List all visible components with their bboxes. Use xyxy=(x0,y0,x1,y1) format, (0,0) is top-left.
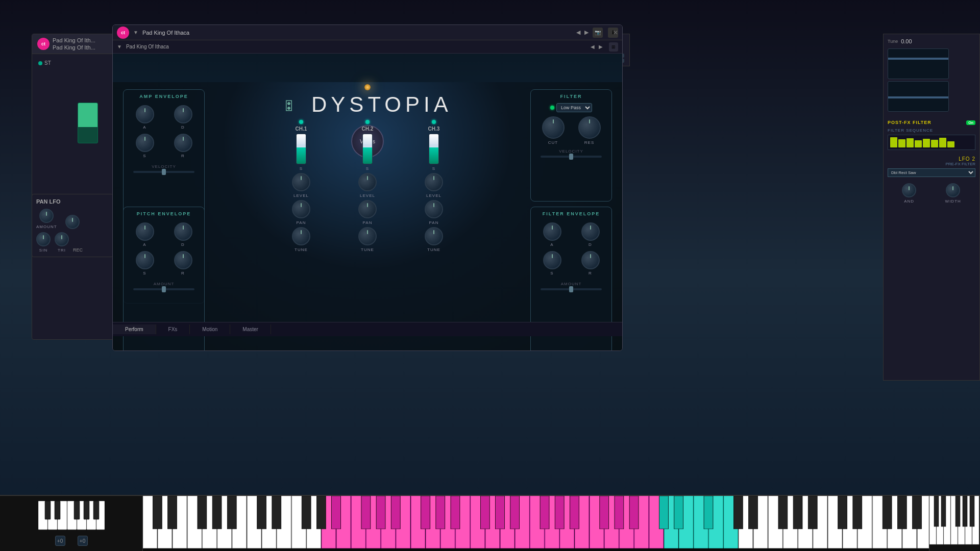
filter-env-release-knob[interactable] xyxy=(581,251,600,269)
subtitle-nav-prev[interactable]: ◀ xyxy=(591,44,595,49)
tab-master[interactable]: Master xyxy=(230,324,271,334)
amp-decay-knob[interactable] xyxy=(174,105,192,123)
pitch-decay-knob[interactable] xyxy=(174,222,192,241)
seq-bar-7[interactable] xyxy=(939,138,946,147)
filter-cut-res-row: CUT RES xyxy=(531,114,611,147)
seq-bar-6[interactable] xyxy=(931,140,938,147)
tab-motion[interactable]: Motion xyxy=(190,324,230,334)
svg-rect-76 xyxy=(376,496,385,529)
ch1-tune-knob[interactable] xyxy=(292,227,310,245)
ch1-fader[interactable] xyxy=(296,134,306,164)
svg-rect-84 xyxy=(540,496,549,529)
filter-type-select[interactable]: Low Pass xyxy=(556,103,592,112)
pitch-release-label: R xyxy=(181,271,185,276)
st-label: ST xyxy=(44,60,51,66)
titlebar-next-btn[interactable]: ▶ xyxy=(584,29,589,36)
ch2-fader[interactable] xyxy=(362,134,373,164)
filter-cut-knob[interactable] xyxy=(542,116,565,139)
ch1-fader-thumb xyxy=(296,144,306,147)
keyboard-section: +0 +0 xyxy=(0,495,980,551)
titlebar-prev-btn[interactable]: ◀ xyxy=(576,29,580,36)
amp-sustain-knob[interactable] xyxy=(136,134,154,152)
filter-env-sustain-knob[interactable] xyxy=(543,251,561,269)
pan-lfo-amount-knob[interactable] xyxy=(39,209,54,223)
right-slider-2[interactable] xyxy=(888,81,949,112)
post-fx-on-badge[interactable]: On xyxy=(966,120,975,125)
svg-rect-86 xyxy=(570,496,579,529)
window-close-btn[interactable]: ✕ xyxy=(613,29,618,36)
tab-fxs[interactable]: FXs xyxy=(156,324,190,334)
keyboard-octave-down[interactable]: +0 xyxy=(78,536,88,546)
seq-bar-5[interactable] xyxy=(923,139,930,147)
svg-rect-94 xyxy=(749,496,758,529)
ch3-level-knob[interactable] xyxy=(425,173,443,191)
post-fx-band-label: AND xyxy=(904,199,914,204)
amp-attack-knob[interactable] xyxy=(136,105,154,123)
left-fader[interactable] xyxy=(78,103,98,143)
amp-velocity-section: VELOCITY xyxy=(124,162,204,176)
svg-rect-99 xyxy=(853,496,862,529)
seq-bar-3[interactable] xyxy=(906,138,914,147)
pan-lfo-title: PAN LFO xyxy=(36,198,109,205)
seq-bar-1[interactable] xyxy=(890,137,897,147)
ch1-tune-label: TUNE xyxy=(295,247,308,252)
camera-icon[interactable]: 📷 xyxy=(593,28,603,38)
pan-lfo-sin-knob[interactable] xyxy=(36,232,51,246)
subtitle-icon[interactable]: ⊞ xyxy=(609,42,618,52)
filter-velocity-slider[interactable] xyxy=(541,156,602,158)
ch3-pan-knob[interactable] xyxy=(425,200,443,218)
right-background-panel: Tune 0.00 POST-FX FILTER On FILTER SEQUE… xyxy=(883,34,980,381)
right-slider-1[interactable] xyxy=(888,48,949,79)
mini-piano-svg xyxy=(38,501,105,532)
ch2-level-knob[interactable] xyxy=(358,173,377,191)
amp-adsr-grid: A D S R xyxy=(124,101,204,162)
ch1-pan-label: PAN xyxy=(297,220,306,225)
seq-bar-4[interactable] xyxy=(915,140,922,147)
keyboard-octave-up[interactable]: +0 xyxy=(55,536,65,546)
ch1-level-knob[interactable] xyxy=(292,173,310,191)
titlebar-instrument-name: Pad King Of Ithaca xyxy=(142,30,572,36)
pan-lfo-panel: PAN LFO AMOUNT SIN TRI REC xyxy=(32,194,113,257)
ch1-pan-knob[interactable] xyxy=(292,200,310,218)
channel-2: CH.2 S LEVEL PAN TUNE xyxy=(339,120,396,252)
ch3-tune-label: TUNE xyxy=(427,247,440,252)
filter-env-attack-knob[interactable] xyxy=(543,222,561,241)
post-fx-band-knob[interactable] xyxy=(902,183,916,197)
amp-release-knob[interactable] xyxy=(174,134,192,152)
pan-lfo-tri-knob[interactable] xyxy=(55,232,69,246)
filter-velocity-label: VELOCITY xyxy=(559,149,583,154)
post-fx-width-knob[interactable] xyxy=(946,183,960,197)
st-led xyxy=(38,61,42,65)
svg-rect-93 xyxy=(733,496,743,529)
pitch-release-knob[interactable] xyxy=(174,251,192,269)
ch2-pan-knob[interactable] xyxy=(358,200,377,218)
ch3-fader[interactable] xyxy=(429,134,439,164)
pitch-attack-knob[interactable] xyxy=(136,222,154,241)
lfo2-type-select[interactable]: Dbl Rect Saw xyxy=(888,168,975,177)
seq-bar-8[interactable] xyxy=(947,141,954,147)
ch2-tune-knob[interactable] xyxy=(358,227,377,245)
pitch-sustain-knob[interactable] xyxy=(136,251,154,269)
svg-rect-75 xyxy=(361,496,371,529)
ch1-s-label: S xyxy=(300,166,303,171)
pan-lfo-sin-cell: SIN xyxy=(36,232,51,253)
svg-rect-98 xyxy=(838,496,847,529)
post-fx-knobs-row: AND WIDTH xyxy=(888,183,975,204)
channel-1: CH.1 S LEVEL PAN TUNE xyxy=(273,120,329,252)
amp-velocity-slider[interactable] xyxy=(133,171,194,173)
subtitle-nav-next[interactable]: ▶ xyxy=(599,44,603,49)
filter-env-amount-slider[interactable] xyxy=(541,288,602,290)
seq-bar-2[interactable] xyxy=(898,139,905,147)
filter-res-knob[interactable] xyxy=(578,116,601,139)
ch2-level-label: LEVEL xyxy=(360,193,375,198)
ch3-tune-knob[interactable] xyxy=(425,227,443,245)
pan-lfo-knob2[interactable] xyxy=(65,215,80,229)
mini-piano-right xyxy=(929,496,980,551)
pitch-decay-label: D xyxy=(181,242,185,247)
tab-perform[interactable]: Perform xyxy=(113,324,156,334)
svg-rect-85 xyxy=(555,496,564,529)
pitch-amount-slider[interactable] xyxy=(133,288,194,290)
svg-rect-114 xyxy=(970,496,974,527)
filter-env-decay-knob[interactable] xyxy=(581,222,600,241)
svg-rect-96 xyxy=(793,496,802,529)
